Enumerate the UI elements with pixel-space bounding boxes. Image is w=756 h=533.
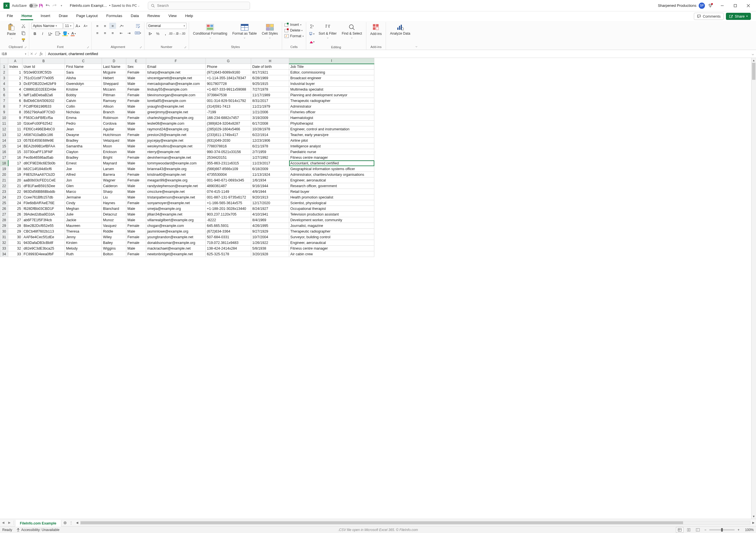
delete-cells-button[interactable]: Delete ▾ (284, 28, 303, 32)
fill-button[interactable]: ▾ (309, 31, 315, 37)
cell[interactable]: FEf0Cc496EB4bC0 (22, 126, 65, 132)
cell[interactable]: 166-234-6882x7457 (206, 115, 251, 121)
row-header[interactable]: 30 (0, 229, 8, 234)
cell[interactable]: 001-314-829-5014x1792 (206, 98, 251, 104)
cell[interactable]: +1-607-333-9911x59088 (206, 87, 251, 92)
italic-button[interactable]: I (39, 30, 46, 37)
cell[interactable]: Fec6b46586ad5ab (22, 155, 65, 160)
cell[interactable]: 001-940-671-0693x345 (206, 178, 251, 183)
cell[interactable]: randystephenson@example.net (146, 183, 206, 189)
cell[interactable]: Female (126, 223, 146, 229)
row-header[interactable]: 14 (0, 138, 8, 143)
cell[interactable]: Air cabin crew (289, 251, 374, 257)
decrease-decimal-button[interactable]: .0→.00 (177, 30, 184, 37)
autosave-toggle[interactable]: AutoSave Off (12, 3, 38, 8)
page-break-view-button[interactable] (694, 527, 702, 533)
cell[interactable]: donaldsonomar@example.org (146, 240, 206, 246)
cell[interactable]: 9/25/1915 (251, 81, 289, 87)
increase-decimal-button[interactable]: .00→.0 (170, 30, 176, 37)
cell[interactable]: Af087410aB0c186 (22, 132, 65, 138)
cell[interactable]: Phone (206, 64, 251, 70)
cell[interactable]: Female (126, 92, 146, 98)
cell[interactable]: 1/21/2006 (251, 109, 289, 115)
cell[interactable]: yvaughn@example.net (146, 104, 206, 109)
zoom-slider[interactable] (709, 529, 735, 530)
window-title[interactable]: FileInfo.com Exampl… • Saved to this PC … (70, 3, 139, 8)
cell[interactable]: Male (126, 217, 146, 223)
cell[interactable]: Kristine (65, 87, 102, 92)
autosum-button[interactable]: ∑▾ (309, 23, 315, 29)
cell[interactable]: tommywoodard@example.com (146, 160, 206, 166)
row-header[interactable]: 24 (0, 194, 8, 200)
cell[interactable]: Wagner (102, 178, 126, 183)
cell[interactable]: Male (126, 166, 146, 172)
cell[interactable]: (389)824-3204x8287 (206, 121, 251, 126)
cell[interactable]: Riddle (102, 229, 126, 234)
cell[interactable]: Female (126, 87, 146, 92)
cell[interactable]: 074-415-1149 (206, 189, 251, 194)
launcher-icon[interactable]: ⤢ (24, 46, 27, 49)
row-header[interactable]: 8 (0, 104, 8, 109)
cell[interactable]: 9/20/1913 (251, 194, 289, 200)
scroll-down-icon[interactable]: ▼ (751, 514, 756, 519)
copy-button[interactable] (20, 30, 27, 36)
cell[interactable]: 10/28/1978 (251, 126, 289, 132)
cell[interactable]: Fitness centre manager (289, 155, 374, 160)
cell[interactable]: Allison (102, 104, 126, 109)
cell[interactable]: jasminlowe@example.org (146, 229, 206, 234)
cell[interactable]: Sara (65, 70, 102, 75)
border-button[interactable]: ▾ (54, 30, 61, 37)
cell[interactable]: (831)049-2030 (206, 138, 251, 143)
cell[interactable]: Calvin (65, 98, 102, 104)
cell[interactable]: 9 (8, 115, 22, 121)
cell[interactable]: Marco (65, 189, 102, 194)
cell[interactable]: Pedro (65, 121, 102, 126)
cell[interactable]: Male (126, 194, 146, 200)
cell[interactable]: 5/8/1938 (251, 246, 289, 251)
cell[interactable]: 356279dAa0F7CbD (22, 109, 65, 115)
cell[interactable]: Male (126, 121, 146, 126)
row-header[interactable]: 31 (0, 234, 8, 240)
cell[interactable]: Jackie (65, 217, 102, 223)
cell[interactable]: Robinson (102, 115, 126, 121)
cell[interactable]: 22 (8, 189, 22, 194)
tab-file[interactable]: File (5, 13, 15, 20)
cell[interactable]: Moon (102, 143, 126, 149)
cell[interactable]: 507-684-0331 (206, 234, 251, 240)
cell[interactable]: CBCb48f7602b113 (22, 229, 65, 234)
cell[interactable]: Index (8, 64, 22, 70)
cancel-formula-icon[interactable]: ✕ (30, 52, 33, 56)
underline-button[interactable]: U▾ (47, 30, 54, 37)
cell-styles-button[interactable]: Cell Styles⌵ (260, 23, 280, 40)
align-middle-button[interactable]: ≡ (102, 23, 108, 29)
cell[interactable]: meagan99@example.org (146, 178, 206, 183)
minimize-button[interactable] (716, 0, 729, 11)
cell[interactable]: Hutchinson (102, 132, 126, 138)
cell[interactable]: Haynes (102, 200, 126, 206)
cell[interactable]: wesleymullins@example.net (146, 143, 206, 149)
close-button[interactable] (742, 0, 755, 11)
launcher-icon[interactable]: ⤢ (184, 46, 186, 49)
cell[interactable]: +1-114-355-1841x78347 (206, 75, 251, 81)
font-size-combo[interactable]: 11▾ (64, 23, 74, 29)
cell[interactable]: Female (126, 70, 146, 75)
cell[interactable]: Branch (102, 109, 126, 115)
bold-button[interactable]: B (32, 30, 38, 37)
cell[interactable]: Mcguire (102, 70, 126, 75)
cell[interactable]: 13 (8, 138, 22, 143)
cell[interactable]: Administrator, charities/voluntary organ… (289, 172, 374, 178)
cell[interactable]: Date of birth (251, 64, 289, 70)
cell[interactable]: Sheppard (102, 81, 126, 87)
page-layout-view-button[interactable] (685, 527, 692, 533)
cell[interactable]: 39Aded2dba9D2dA (22, 211, 65, 217)
row-header[interactable]: 25 (0, 200, 8, 206)
fx-icon[interactable]: fx (39, 52, 44, 56)
align-left-button[interactable]: ≡ (94, 30, 101, 36)
cell[interactable]: 11/23/2017 (251, 160, 289, 166)
row-header[interactable]: 7 (0, 98, 8, 104)
cell[interactable]: 138-424-2414x284 (206, 246, 251, 251)
cell[interactable]: 12/23/1906 (251, 138, 289, 143)
tab-formulas[interactable]: Formulas (104, 13, 124, 20)
cell[interactable]: 625-325-5178 (206, 251, 251, 257)
cell[interactable]: Mccann (102, 87, 126, 92)
